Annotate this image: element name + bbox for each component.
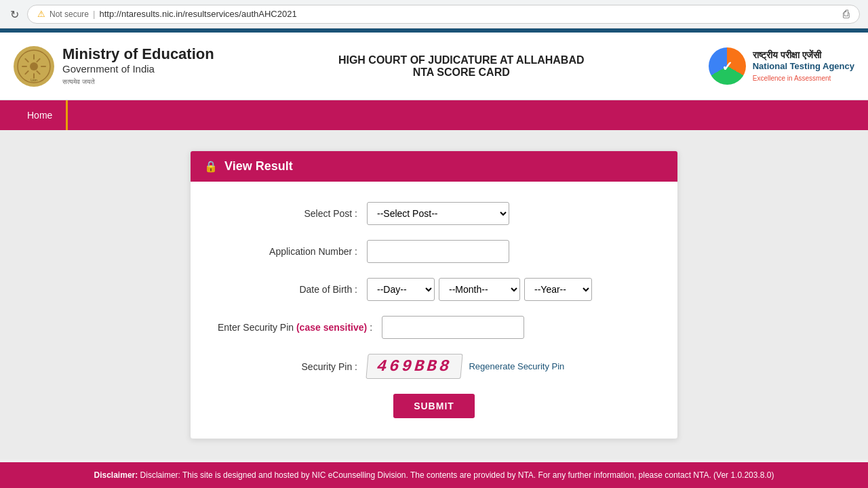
security-pin-input-row: Enter Security Pin (case sensitive) :	[218, 316, 650, 339]
application-number-input[interactable]	[367, 240, 509, 263]
nta-tagline: Excellence in Assessment	[753, 75, 831, 82]
site-footer: Disclaimer: Disclaimer: This site is des…	[0, 462, 868, 488]
logo-left: Lion Ministry of Education Government of…	[14, 45, 214, 87]
footer-disclaimer: Disclaimer: Disclaimer: This site is des…	[94, 470, 774, 480]
ministry-name: Ministry of Education	[62, 45, 214, 63]
share-icon[interactable]: ⎙	[843, 8, 850, 20]
content-area: 🔒 View Result Select Post : --Select Pos…	[0, 130, 868, 460]
exam-title-line1: HIGH COURT OF JUDICATURE AT ALLAHABAD	[338, 54, 585, 66]
dob-label: Date of Birth :	[218, 284, 367, 295]
select-post-label: Select Post :	[218, 208, 367, 219]
submit-button[interactable]: SUBMIT	[393, 394, 475, 418]
regenerate-link[interactable]: Regenerate Security Pin	[469, 361, 564, 371]
svg-rect-5	[41, 66, 46, 67]
card-title: View Result	[224, 159, 293, 174]
select-post-dropdown[interactable]: --Select Post--	[367, 202, 509, 225]
lock-icon: 🔒	[204, 160, 218, 173]
application-number-row: Application Number :	[218, 240, 650, 263]
logo-right: ✓ राष्ट्रीय परीक्षा एजेंसी National Test…	[709, 47, 854, 85]
not-secure-icon: ⚠	[37, 9, 45, 19]
ministry-motto: सत्यमेव जयते	[62, 78, 95, 85]
dob-year-select[interactable]: --Year--	[524, 278, 592, 301]
exam-title-line2: NTA SCORE CARD	[338, 66, 585, 79]
captcha-value: 469BB8	[366, 354, 463, 379]
header-center: HIGH COURT OF JUDICATURE AT ALLAHABAD NT…	[338, 54, 585, 79]
nta-text: राष्ट्रीय परीक्षा एजेंसी National Testin…	[753, 49, 854, 83]
nta-hindi-name: राष्ट्रीय परीक्षा एजेंसी	[753, 49, 854, 61]
browser-chrome: ↻ ⚠ Not secure | http://ntaresults.nic.i…	[0, 0, 868, 28]
dob-row: Date of Birth : --Day-- --Month-- --Year…	[218, 278, 650, 301]
svg-point-1	[30, 62, 38, 70]
site-header: Lion Ministry of Education Government of…	[0, 33, 868, 100]
not-secure-label: Not secure	[50, 9, 89, 19]
security-pin-display: 469BB8 Regenerate Security Pin	[367, 354, 564, 379]
result-card: 🔒 View Result Select Post : --Select Pos…	[190, 150, 678, 439]
security-pin-display-row: Security Pin : 469BB8 Regenerate Securit…	[218, 354, 650, 379]
nta-english-name: National Testing Agency	[753, 61, 854, 71]
url-text: http://ntaresults.nic.in/resultservices/…	[99, 9, 296, 19]
security-pin-display-label: Security Pin :	[218, 361, 367, 372]
svg-rect-4	[22, 66, 27, 67]
address-bar[interactable]: ⚠ Not secure | http://ntaresults.nic.in/…	[27, 5, 860, 24]
dob-selects: --Day-- --Month-- --Year--	[367, 278, 592, 301]
security-pin-input-label: Enter Security Pin (case sensitive) :	[218, 322, 382, 333]
application-number-label: Application Number :	[218, 246, 367, 257]
nav-home[interactable]: Home	[14, 100, 68, 130]
emblem-icon: Lion	[14, 46, 54, 87]
ministry-subtitle: Government of India	[62, 63, 214, 75]
card-body: Select Post : --Select Post-- Applicatio…	[191, 182, 677, 439]
reload-button[interactable]: ↻	[8, 8, 20, 20]
svg-rect-2	[33, 54, 35, 60]
svg-text:Lion: Lion	[31, 78, 37, 82]
card-header: 🔒 View Result	[191, 151, 677, 182]
dob-month-select[interactable]: --Month--	[439, 278, 520, 301]
url-separator: |	[93, 9, 95, 19]
submit-row: SUBMIT	[218, 394, 650, 418]
main-nav: Home	[0, 100, 868, 130]
dob-day-select[interactable]: --Day--	[367, 278, 435, 301]
select-post-row: Select Post : --Select Post--	[218, 202, 650, 225]
security-pin-input[interactable]	[382, 316, 524, 339]
ministry-text: Ministry of Education Government of Indi…	[62, 45, 214, 87]
nta-logo-icon: ✓	[709, 47, 746, 85]
